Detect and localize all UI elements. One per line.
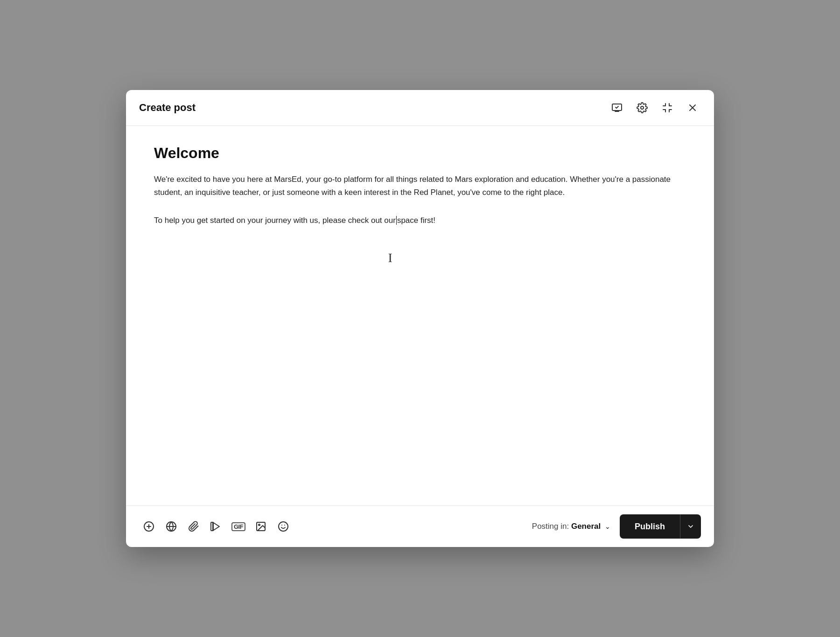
publish-dropdown-button[interactable]: [680, 514, 701, 539]
emoji-button[interactable]: [273, 517, 293, 536]
close-icon: [687, 102, 698, 113]
emoji-icon: [278, 521, 289, 532]
publish-button[interactable]: Publish: [620, 514, 680, 539]
modal-title: Create post: [139, 102, 196, 114]
post-paragraph-2: To help you get started on your journey …: [154, 214, 686, 227]
attachment-icon: [188, 521, 199, 532]
minimize-button[interactable]: [659, 99, 676, 116]
svg-point-13: [279, 522, 288, 531]
image-icon: [255, 521, 266, 532]
embed-icon: [166, 521, 177, 532]
publish-chevron-down-icon: [687, 523, 694, 530]
attachment-button[interactable]: [184, 517, 203, 536]
post-editor-body[interactable]: Welcome We're excited to have you here a…: [126, 126, 714, 505]
i-beam-cursor: I: [388, 250, 392, 265]
footer-right: Posting in: General ⌄ Publish: [532, 514, 701, 539]
close-button[interactable]: [684, 99, 701, 116]
add-icon: [143, 521, 154, 532]
svg-marker-9: [213, 522, 219, 531]
create-post-modal: Create post: [126, 90, 714, 547]
modal-footer: GIF: [126, 505, 714, 547]
posting-in-label: Posting in: General ⌄: [532, 522, 610, 531]
video-icon: [210, 521, 222, 532]
image-button[interactable]: [251, 517, 271, 536]
minimize-icon: [662, 102, 673, 113]
svg-rect-10: [211, 522, 213, 531]
header-actions: [609, 99, 701, 116]
settings-icon: [637, 102, 648, 113]
gif-label: GIF: [231, 522, 245, 531]
embed-button[interactable]: [161, 517, 181, 536]
video-button[interactable]: [206, 517, 226, 536]
editor-empty-area[interactable]: I: [154, 227, 686, 367]
settings-button[interactable]: [634, 99, 651, 116]
modal-header: Create post: [126, 90, 714, 126]
post-paragraph-1: We're excited to have you here at MarsEd…: [154, 173, 686, 199]
posting-in-chevron: ⌄: [605, 523, 610, 530]
modal-overlay: Create post: [0, 0, 840, 637]
post-heading: Welcome: [154, 145, 686, 162]
svg-point-12: [259, 524, 260, 526]
embed-screen-button[interactable]: [609, 99, 625, 116]
editor-toolbar: GIF: [139, 517, 293, 536]
svg-point-1: [641, 106, 644, 109]
embed-screen-icon: [611, 102, 623, 113]
text-cursor: [396, 216, 397, 225]
gif-button[interactable]: GIF: [229, 517, 248, 536]
add-content-button[interactable]: [139, 517, 159, 536]
